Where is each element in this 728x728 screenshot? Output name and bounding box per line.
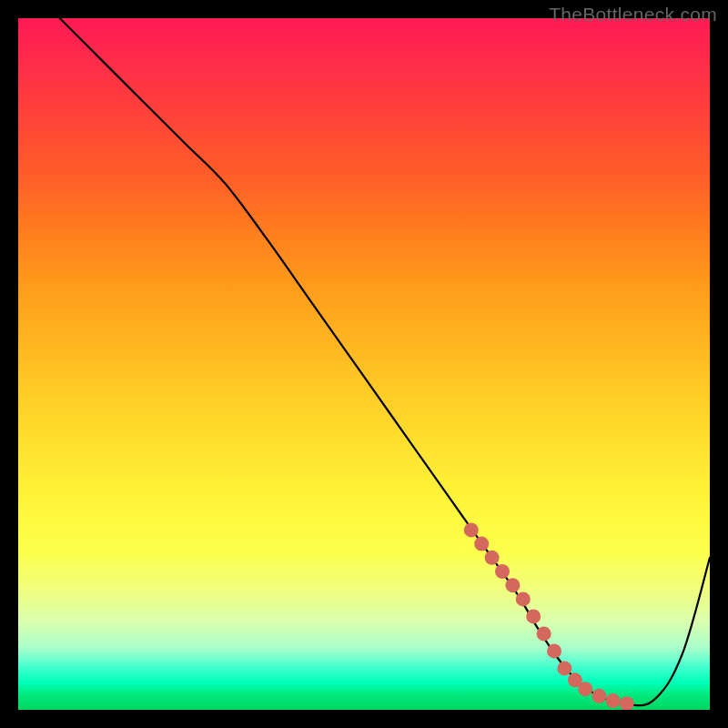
marker-dot: [474, 537, 489, 551]
marker-dot: [620, 696, 634, 710]
chart-frame: TheBottleneck.com: [0, 0, 728, 728]
marker-dot: [505, 578, 520, 592]
marker-dot: [547, 643, 561, 658]
marker-dot: [557, 661, 571, 675]
marker-dot: [526, 609, 541, 623]
plot-area: [18, 18, 710, 710]
marker-dot: [516, 592, 531, 606]
marker-dot: [578, 682, 592, 696]
highlight-points: [18, 18, 710, 710]
marker-dot: [606, 693, 621, 708]
watermark-text: TheBottleneck.com: [549, 4, 717, 25]
marker-layer: [18, 18, 710, 710]
marker-dot: [537, 626, 551, 641]
marker-dot: [592, 689, 606, 703]
marker-dot: [485, 551, 500, 565]
marker-dot: [464, 522, 479, 537]
marker-dot: [495, 564, 510, 579]
